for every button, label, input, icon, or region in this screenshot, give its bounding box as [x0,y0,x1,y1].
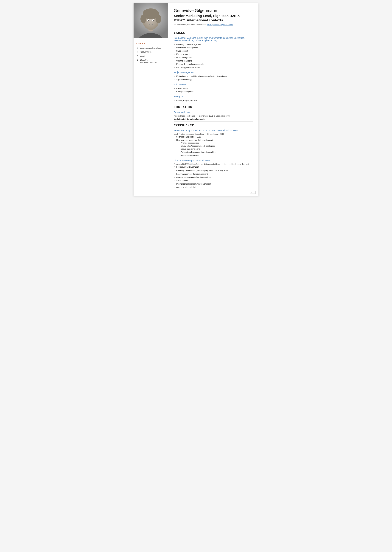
job-2-company: Stormshield (100% Airbus Defence & Space… [174,163,253,165]
skills-list-1: Branding/ brand management Product line … [174,43,253,69]
skills-section-title: SKILLS [174,29,253,35]
list-item: External & internal communication [174,63,253,66]
list-item: Lead management (function creation) [174,173,253,176]
skills-subsection2-title: Project Management [174,71,253,74]
list-item: Product line management [174,46,253,49]
list-item: Multicultural and multidisciplinary team… [174,75,253,78]
person-title: Senior Marketing Lead, High tech B2B & B… [174,14,253,22]
skills-list-3: Restructuring Change management [174,87,253,93]
list-item: Internal communication (function creatio… [174,183,253,185]
online-resume-link[interactable]: www.genevieve-gilgenmann.com [207,24,233,26]
svg-point-10 [148,20,149,21]
skype-icon: S [136,55,139,57]
sub-item: -Clarify offers' segmentation & position… [180,145,253,148]
experience-section-title: EXPERIENCE [174,121,253,127]
skills-list-4: French, English, German [174,99,253,102]
resume-page: Contact ✉ gengilgenmann@gmail.com ☐ +336… [133,3,259,196]
job-2: Director Marketing & Communication Storm… [174,159,253,189]
list-item: Sales support [174,179,253,182]
job-1: Senior Marketing Consultant, B2B / B2B2C… [174,129,253,157]
sub-item: -Improve processes,... [180,154,253,157]
sub-item: -Set up marketing plans, [180,148,253,151]
list-item: Branding/ brand management [174,43,253,46]
education-period: September 1981 to September 1984 [199,115,230,117]
list-item: company values definition [174,186,253,189]
list-item: Marketing plans coordination [174,66,253,69]
sidebar: Contact ✉ gengilgenmann@gmail.com ☐ +336… [133,3,168,196]
svg-point-11 [153,20,154,21]
job-2-period-list: February 2014 to July 2016 [174,166,253,168]
phone-icon: ☐ [136,51,139,53]
job-2-title: Director Marketing & Communication [174,159,253,162]
skills-subsection4-title: Trilingual [174,95,253,98]
skype-text: gengil2 [140,55,145,57]
school-details: Kedge Business School • September 1981 t… [174,115,253,117]
education-description: Marketing in international contexts [174,118,253,120]
email-item: ✉ gengilgenmann@gmail.com [136,47,165,49]
address-item: ◉ 10 rue Cuny 92270 Bois Colombes [136,59,165,64]
location-icon: ◉ [136,59,139,61]
profile-photo [133,3,168,38]
list-item: Change management [174,90,253,93]
svg-point-7 [155,14,161,23]
email-text: gengilgenmann@gmail.com [140,47,161,49]
list-item: February 2014 to July 2016 [174,166,253,168]
education-section-title: EDUCATION [174,103,253,109]
list-item: Restructuring [174,87,253,90]
svg-point-6 [140,14,146,23]
skype-item: S gengil2 [136,55,165,57]
list-item: Branding & Awareness (new company name, … [174,169,253,172]
address-text: 10 rue Cuny 92270 Bois Colombes [140,59,157,64]
list-item: French, English, German [174,99,253,102]
list-item: Sales support [174,50,253,52]
page-number: 1 / 2 [250,191,256,194]
education-section: EDUCATION Business School Kedge Business… [174,103,253,120]
list-item: Channel management (function creation) [174,176,253,179]
header-section: Geneviève Gilgenmann Senior Marketing Le… [174,8,253,26]
contact-section: Contact ✉ gengilgenmann@gmail.com ☐ +336… [133,38,168,65]
email-icon: ✉ [136,47,139,49]
job-1-title: Senior Marketing Consultant, B2B / B2B2C… [174,129,253,132]
job-1-company: akuit, Product Managers Consulting • Sin… [174,133,253,135]
phone-text: +33614782952 [140,51,152,53]
list-item: Market research [174,53,253,56]
list-item: Lead management [174,56,253,59]
list-item: Scientipôle Expert since 2013 [174,135,253,138]
experience-section: EXPERIENCE Senior Marketing Consultant, … [174,121,253,189]
dot-separator: • [197,115,198,117]
list-item: Channel Marketing [174,59,253,62]
job-1-sub-items: -Analyze opportunities, -Clarify offers'… [176,142,253,157]
job-1-list: Scientipôle Expert since 2013 Help start… [174,135,253,157]
sub-item: -Elaborate sales support tools, launch k… [180,151,253,154]
job-2-list: Branding & Awareness (new company name, … [174,169,253,189]
skills-subsection3-title: Job creation [174,83,253,86]
person-name: Geneviève Gilgenmann [174,8,253,13]
list-item: Help start-ups accelerate their developm… [174,139,253,157]
school-title: Business School [174,111,253,113]
skills-section: SKILLS International Marketing in high t… [174,29,253,102]
list-item: Agile Methodology [174,78,253,81]
skills-subsection1-title: International Marketing in high tech env… [174,37,253,42]
school-name: Kedge Business School [174,115,195,117]
contact-title: Contact [136,42,165,45]
sub-item: -Analyze opportunities, [180,142,253,145]
online-resume-text: For more details, check my online resume… [174,24,253,26]
main-content: Geneviève Gilgenmann Senior Marketing Le… [168,3,259,196]
skills-list-2: Multicultural and multidisciplinary team… [174,75,253,81]
phone-item: ☐ +33614782952 [136,51,165,53]
